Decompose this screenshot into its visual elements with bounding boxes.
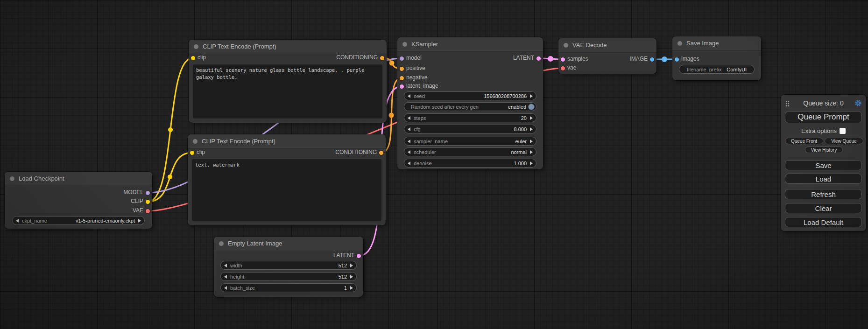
increment-arrow-icon[interactable] [530,150,533,154]
node-title: CLIP Text Encode (Prompt) [203,43,276,50]
collapse-dot-icon[interactable] [193,139,198,144]
view-queue-button[interactable]: View Queue [825,138,863,144]
node-title-bar[interactable]: CLIP Text Encode (Prompt) [189,40,387,54]
widget-value: 20 [426,115,527,121]
input-port-clip[interactable] [190,150,195,155]
output-port-conditioning[interactable] [379,150,384,155]
save-button[interactable]: Save [785,160,862,170]
widget-filename-prefix[interactable]: filename_prefix ComfyUI [679,65,755,74]
queue-size-label: Queue size: 0 [781,99,866,107]
decrement-arrow-icon[interactable] [16,219,19,223]
collapse-dot-icon[interactable] [10,176,14,181]
node-title: CLIP Text Encode (Prompt) [202,138,275,145]
widget-cfg[interactable]: cfg 8.000 [404,125,536,133]
widget-steps[interactable]: steps 20 [404,113,536,122]
node-title-bar[interactable]: Empty Latent Image [214,237,363,251]
decrement-arrow-icon[interactable] [408,150,410,154]
increment-arrow-icon[interactable] [350,264,353,267]
toggle-enabled-icon[interactable] [528,104,535,110]
node-title-bar[interactable]: Load Checkpoint [5,172,152,186]
decrement-arrow-icon[interactable] [408,140,410,143]
widget-seed[interactable]: seed 156680208700286 [404,91,536,100]
node-empty-latent-image[interactable]: Empty Latent Image LATENT width 512 heig… [214,237,363,297]
collapse-dot-icon[interactable] [677,41,682,46]
decrement-arrow-icon[interactable] [224,264,227,267]
output-port-vae[interactable] [145,209,150,214]
decrement-arrow-icon[interactable] [408,161,410,165]
clear-button[interactable]: Clear [785,203,862,213]
output-port-latent[interactable] [356,253,361,259]
wire-midpoint-dot [662,56,667,62]
increment-arrow-icon[interactable] [530,161,533,165]
input-port-images[interactable] [674,57,679,62]
widget-scheduler[interactable]: scheduler normal [404,147,536,156]
queue-front-button[interactable]: Queue Front [785,138,823,144]
output-port-conditioning[interactable] [380,56,385,61]
settings-gear-icon[interactable] [854,99,862,107]
collapse-dot-icon[interactable] [219,241,224,246]
increment-arrow-icon[interactable] [138,219,141,223]
node-save-image[interactable]: Save Image images filename_prefix ComfyU… [672,36,761,80]
widget-value: 512 [242,263,347,268]
increment-arrow-icon[interactable] [530,116,533,120]
node-ksampler[interactable]: KSampler model positive negative latent_… [397,37,543,169]
node-title-bar[interactable]: CLIP Text Encode (Prompt) [188,134,386,149]
view-history-button[interactable]: View History [805,147,843,153]
input-port-negative[interactable] [399,76,404,81]
decrement-arrow-icon[interactable] [408,127,410,131]
widget-height[interactable]: height 512 [220,272,357,281]
refresh-button[interactable]: Refresh [785,189,862,199]
increment-arrow-icon[interactable] [530,127,533,131]
output-port-clip[interactable] [145,199,150,204]
output-port-latent[interactable] [536,56,541,61]
increment-arrow-icon[interactable] [530,140,533,143]
input-port-latent-image[interactable] [399,84,404,89]
widget-value: v1-5-pruned-emaonly.ckpt [47,218,135,224]
increment-arrow-icon[interactable] [350,286,353,290]
input-port-clip[interactable] [191,56,196,61]
widget-label: denoise [414,161,432,166]
output-slot-image: IMAGE [629,56,656,63]
output-slot-clip: CLIP [131,198,152,205]
slot-label: CONDITIONING [336,54,378,61]
node-title-bar[interactable]: Save Image [672,36,761,51]
load-button[interactable]: Load [785,174,862,184]
collapse-dot-icon[interactable] [564,43,568,48]
node-vae-decode[interactable]: VAE Decode samples vae IMAGE [558,38,656,74]
increment-arrow-icon[interactable] [350,275,353,279]
node-load-checkpoint[interactable]: Load Checkpoint MODEL CLIP VAE ckpt_name… [5,172,152,229]
input-port-vae[interactable] [560,66,565,71]
node-clip-text-encode-negative[interactable]: CLIP Text Encode (Prompt) clip CONDITION… [188,134,386,225]
input-port-model[interactable] [399,56,404,61]
input-port-positive[interactable] [399,66,404,71]
widget-denoise[interactable]: denoise 1.000 [404,159,536,168]
decrement-arrow-icon[interactable] [408,116,410,120]
widget-value: ComfyUI [722,67,747,72]
load-default-button[interactable]: Load Default [785,217,862,227]
extra-options-checkbox[interactable] [840,128,846,134]
widget-sampler-name[interactable]: sampler_name euler [404,137,536,146]
widget-width[interactable]: width 512 [220,261,357,270]
slot-label: clip [197,149,205,155]
node-title-bar[interactable]: VAE Decode [558,38,656,53]
decrement-arrow-icon[interactable] [408,94,410,98]
widget-random-seed-toggle[interactable]: Random seed after every gen enabled [404,102,536,111]
input-port-samples[interactable] [560,57,565,62]
queue-prompt-button[interactable]: Queue Prompt [785,111,862,123]
collapse-dot-icon[interactable] [402,42,407,47]
node-clip-text-encode-positive[interactable]: CLIP Text Encode (Prompt) clip CONDITION… [189,40,387,123]
widget-ckpt-name[interactable]: ckpt_name v1-5-pruned-emaonly.ckpt [12,216,145,225]
collapse-dot-icon[interactable] [194,44,198,49]
prompt-textarea[interactable]: beautiful scenery nature glass bottle la… [193,64,382,119]
decrement-arrow-icon[interactable] [224,275,227,279]
increment-arrow-icon[interactable] [530,94,533,98]
node-title-bar[interactable]: KSampler [397,37,543,52]
prompt-textarea[interactable]: text, watermark [192,159,381,221]
output-port-model[interactable] [145,190,150,196]
decrement-arrow-icon[interactable] [224,286,227,290]
input-slot-clip: clip [189,54,206,62]
queue-panel[interactable]: Queue size: 0 Queue Prompt Extra options… [781,95,866,231]
output-port-image[interactable] [649,57,655,62]
input-slot-model: model [397,55,422,62]
widget-batch-size[interactable]: batch_size 1 [220,283,357,292]
